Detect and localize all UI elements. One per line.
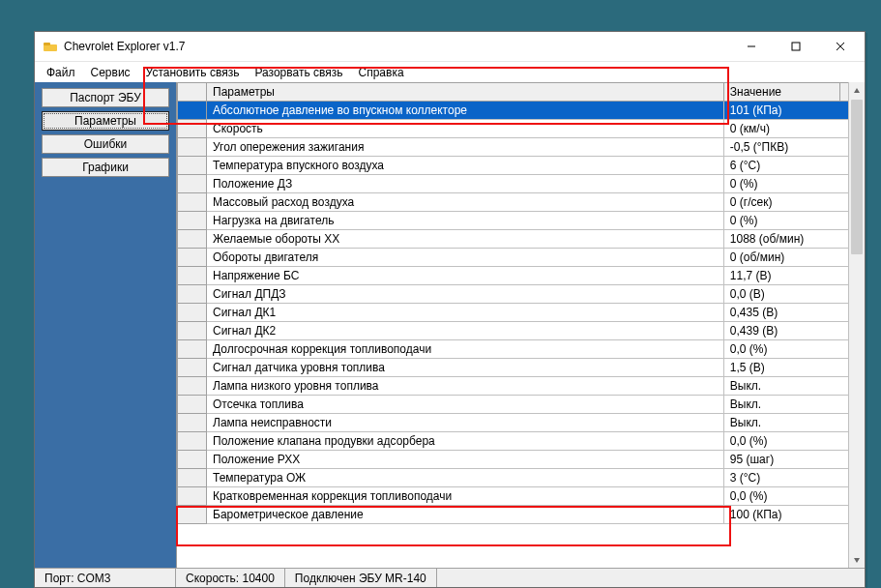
menu-connect[interactable]: Установить связь <box>138 64 248 81</box>
table-row[interactable]: Сигнал ДК10,435 (В) <box>178 304 865 322</box>
table-row[interactable]: Угол опережения зажигания-0,5 (°ПКВ) <box>178 138 865 157</box>
row-header <box>178 267 207 285</box>
menu-service[interactable]: Сервис <box>83 64 138 81</box>
table-row[interactable]: Лампа низкого уровня топливаВыкл. <box>178 377 865 396</box>
row-header <box>178 487 207 506</box>
menu-file[interactable]: Файл <box>39 64 83 81</box>
table-row[interactable]: Желаемые обороты ХХ1088 (об/мин) <box>178 230 865 249</box>
scroll-up-icon[interactable] <box>849 82 865 99</box>
cell-value: 0 (%) <box>723 212 864 230</box>
cell-value: 100 (КПа) <box>723 506 864 524</box>
close-button[interactable] <box>818 33 863 60</box>
cell-value: Выкл. <box>723 414 864 432</box>
sidebar: Паспорт ЭБУ Параметры Ошибки Графики <box>35 82 176 568</box>
status-port: Порт: COM3 <box>35 569 176 587</box>
cell-param: Сигнал ДК1 <box>207 304 724 322</box>
table-row[interactable]: Долгосрочная коррекция топливоподачи0,0 … <box>178 340 865 359</box>
cell-param: Лампа неисправности <box>207 414 724 432</box>
menu-help[interactable]: Справка <box>351 64 412 81</box>
svg-marker-7 <box>854 558 860 563</box>
row-header <box>178 157 207 175</box>
row-header <box>178 175 207 193</box>
table-row[interactable]: Сигнал ДК20,439 (В) <box>178 322 865 340</box>
table-row[interactable]: Нагрузка на двигатель0 (%) <box>178 212 865 230</box>
table-row[interactable]: Отсечка топливаВыкл. <box>178 396 865 414</box>
cell-value: 0,0 (В) <box>723 285 864 304</box>
row-header <box>178 285 207 304</box>
app-icon <box>43 39 58 54</box>
sidebar-passport-button[interactable]: Паспорт ЭБУ <box>42 88 169 107</box>
cell-value: 11,7 (В) <box>723 267 864 285</box>
table-row[interactable]: Массовый расход воздуха0 (г/сек) <box>178 193 865 212</box>
col-value[interactable]: Значение <box>723 83 839 102</box>
row-header <box>178 432 207 451</box>
col-parameters[interactable]: Параметры <box>207 83 724 102</box>
row-header <box>178 359 207 377</box>
grid-corner[interactable] <box>178 83 207 102</box>
table-row[interactable]: Положение РХХ95 (шаг) <box>178 451 865 469</box>
cell-param: Положение ДЗ <box>207 175 724 193</box>
menubar: Файл Сервис Установить связь Разорвать с… <box>35 61 865 82</box>
parameters-grid[interactable]: Параметры Значение Абсолютное давление в… <box>177 82 865 524</box>
titlebar[interactable]: Chevrolet Explorer v1.7 <box>35 32 865 61</box>
scroll-thumb[interactable] <box>851 100 863 254</box>
table-row[interactable]: Положение ДЗ0 (%) <box>178 175 865 193</box>
status-connection: Подключен ЭБУ MR-140 <box>285 569 437 587</box>
cell-param: Массовый расход воздуха <box>207 193 724 212</box>
cell-param: Температура ОЖ <box>207 469 724 487</box>
table-row[interactable]: Температура ОЖ3 (°C) <box>178 469 865 487</box>
svg-rect-3 <box>792 43 800 50</box>
table-row[interactable]: Кратковременная коррекция топливоподачи0… <box>178 487 865 506</box>
cell-param: Сигнал ДПДЗ <box>207 285 724 304</box>
vertical-scrollbar[interactable] <box>848 82 865 568</box>
table-row[interactable]: Сигнал ДПДЗ0,0 (В) <box>178 285 865 304</box>
cell-value: 101 (КПа) <box>723 102 864 120</box>
cell-value: 3 (°C) <box>723 469 864 487</box>
minimize-button[interactable] <box>729 33 774 60</box>
svg-rect-1 <box>44 43 50 45</box>
menu-disconnect[interactable]: Разорвать связь <box>247 64 350 81</box>
cell-param: Желаемые обороты ХХ <box>207 230 724 249</box>
sidebar-params-button[interactable]: Параметры <box>42 111 169 131</box>
table-row[interactable]: Абсолютное давление во впускном коллекто… <box>178 102 865 120</box>
cell-value: 0,0 (%) <box>723 340 864 359</box>
cell-param: Угол опережения зажигания <box>207 138 724 157</box>
cell-param: Барометрическое давление <box>207 506 724 524</box>
cell-param: Положение РХХ <box>207 451 724 469</box>
table-row[interactable]: Скорость0 (км/ч) <box>178 120 865 138</box>
cell-param: Скорость <box>207 120 724 138</box>
sidebar-charts-button[interactable]: Графики <box>42 158 169 177</box>
cell-value: 0 (г/сек) <box>723 193 864 212</box>
cell-param: Температура впускного воздуха <box>207 157 724 175</box>
row-header <box>178 396 207 414</box>
table-row[interactable]: Положение клапана продувки адсорбера0,0 … <box>178 432 865 451</box>
statusbar: Порт: COM3 Скорость: 10400 Подключен ЭБУ… <box>35 568 865 587</box>
cell-value: Выкл. <box>723 396 864 414</box>
row-header <box>178 322 207 340</box>
scroll-down-icon[interactable] <box>849 551 865 568</box>
row-header <box>178 102 207 120</box>
row-header <box>178 506 207 524</box>
table-row[interactable]: Барометрическое давление100 (КПа) <box>178 506 865 524</box>
table-row[interactable]: Лампа неисправностиВыкл. <box>178 414 865 432</box>
row-header <box>178 249 207 267</box>
app-window: Chevrolet Explorer v1.7 Файл Сервис Уста… <box>34 31 866 588</box>
row-header <box>178 230 207 249</box>
sidebar-errors-button[interactable]: Ошибки <box>42 134 169 154</box>
cell-value: 0,0 (%) <box>723 487 864 506</box>
cell-value: -0,5 (°ПКВ) <box>723 138 864 157</box>
window-title: Chevrolet Explorer v1.7 <box>64 40 729 53</box>
cell-param: Отсечка топлива <box>207 396 724 414</box>
cell-value: 0,0 (%) <box>723 432 864 451</box>
row-header <box>178 193 207 212</box>
cell-param: Кратковременная коррекция топливоподачи <box>207 487 724 506</box>
table-row[interactable]: Сигнал датчика уровня топлива1,5 (В) <box>178 359 865 377</box>
table-row[interactable]: Обороты двигателя0 (об/мин) <box>178 249 865 267</box>
table-row[interactable]: Напряжение БС11,7 (В) <box>178 267 865 285</box>
cell-value: Выкл. <box>723 377 864 396</box>
maximize-button[interactable] <box>774 33 818 60</box>
cell-param: Абсолютное давление во впускном коллекто… <box>207 102 724 120</box>
svg-rect-0 <box>44 44 57 51</box>
table-row[interactable]: Температура впускного воздуха6 (°C) <box>178 157 865 175</box>
cell-value: 0,435 (В) <box>723 304 864 322</box>
